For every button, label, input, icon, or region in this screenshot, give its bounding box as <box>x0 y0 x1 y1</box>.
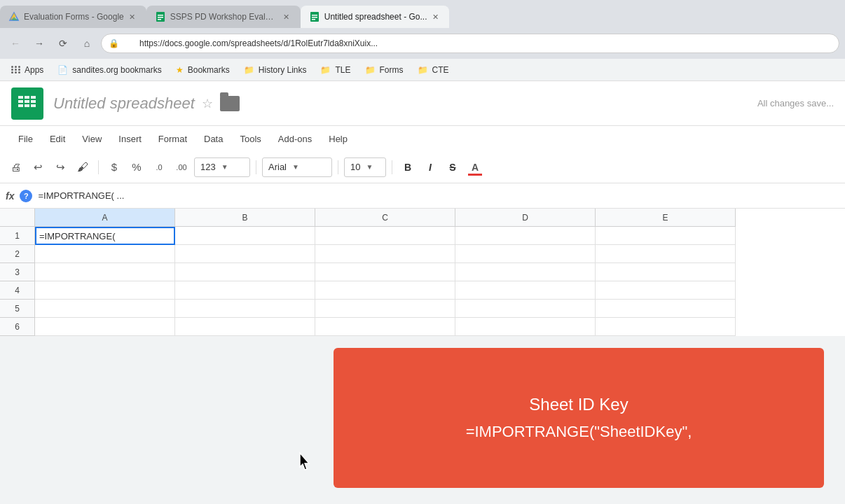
cell-e1[interactable] <box>596 227 736 245</box>
col-header-d[interactable]: D <box>455 209 596 227</box>
bookmarks-label: Bookmarks <box>188 65 230 75</box>
cell-d4[interactable] <box>455 281 596 300</box>
address-bar: ← → ⟳ ⌂ 🔒 https://docs.google.com/spread… <box>0 28 845 59</box>
cell-a6[interactable] <box>35 318 175 336</box>
menu-insert[interactable]: Insert <box>111 131 149 147</box>
menu-addons[interactable]: Add-ons <box>271 131 319 147</box>
cell-b2[interactable] <box>175 245 315 263</box>
cell-b1[interactable] <box>175 227 315 245</box>
menu-data[interactable]: Data <box>197 131 230 147</box>
table-row: 2 <box>0 245 845 263</box>
toolbar: 🖨 ↩ ↪ 🖌 $ % .0 .00 123 ▼ Arial <box>0 151 845 183</box>
redo-button[interactable]: ↪ <box>50 158 70 177</box>
back-button[interactable]: ← <box>6 34 25 53</box>
cell-b3[interactable] <box>175 263 315 281</box>
star-button[interactable]: ☆ <box>202 96 213 111</box>
cell-d3[interactable] <box>455 263 596 281</box>
tab-2-title: SSPS PD Workshop Evalua... <box>170 12 278 22</box>
col-header-b[interactable]: B <box>175 209 315 227</box>
currency-button[interactable]: $ <box>104 158 124 177</box>
paint-format-button[interactable]: 🖌 <box>73 158 92 177</box>
formula-help-button[interactable]: ? <box>20 190 32 202</box>
cell-d5[interactable] <box>455 300 596 318</box>
menu-help[interactable]: Help <box>322 131 355 147</box>
row-header-4[interactable]: 4 <box>0 281 35 300</box>
row-header-3[interactable]: 3 <box>0 263 35 281</box>
decimal-inc-button[interactable]: .00 <box>172 158 191 177</box>
tab-2[interactable]: SSPS PD Workshop Evalua... ✕ <box>146 6 301 28</box>
document-title[interactable]: Untitled spreadsheet <box>53 94 195 113</box>
table-row: 6 <box>0 318 845 336</box>
menu-view[interactable]: View <box>75 131 109 147</box>
tab-1[interactable]: Evaluation Forms - Google ✕ <box>0 6 146 28</box>
history-bookmark[interactable]: 📁 History Links <box>238 63 312 77</box>
cell-d1[interactable] <box>455 227 596 245</box>
col-header-e[interactable]: E <box>596 209 736 227</box>
svg-rect-5 <box>158 15 163 16</box>
cell-c2[interactable] <box>315 245 455 263</box>
cell-c3[interactable] <box>315 263 455 281</box>
toolbar-divider-2 <box>256 160 256 174</box>
cell-c1[interactable] <box>315 227 455 245</box>
text-color-button[interactable]: A <box>465 158 485 177</box>
tab-3-close[interactable]: ✕ <box>430 11 441 22</box>
row-header-1[interactable]: 1 <box>0 227 35 245</box>
tab-1-close[interactable]: ✕ <box>127 11 138 22</box>
decimal-dec-button[interactable]: .0 <box>149 158 169 177</box>
menu-edit[interactable]: Edit <box>43 131 72 147</box>
sandites-bookmark[interactable]: 📄 sandites.org bookmarks <box>52 63 167 77</box>
cell-d6[interactable] <box>455 318 596 336</box>
cell-b4[interactable] <box>175 281 315 300</box>
cell-a3[interactable] <box>35 263 175 281</box>
undo-button[interactable]: ↩ <box>28 158 48 177</box>
cell-a4[interactable] <box>35 281 175 300</box>
cell-e5[interactable] <box>596 300 736 318</box>
bold-button[interactable]: B <box>398 158 418 177</box>
svg-rect-16 <box>25 100 29 103</box>
row-header-5[interactable]: 5 <box>0 300 35 318</box>
tle-bookmark[interactable]: 📁 TLE <box>315 63 356 77</box>
cell-c5[interactable] <box>315 300 455 318</box>
font-size-selector[interactable]: 10 ▼ <box>344 158 386 177</box>
tab-3[interactable]: Untitled spreadsheet - Go... ✕ <box>301 6 450 28</box>
apps-grid-icon <box>11 66 21 74</box>
menu-file[interactable]: File <box>11 131 40 147</box>
cell-b6[interactable] <box>175 318 315 336</box>
strikethrough-button[interactable]: S <box>443 158 462 177</box>
format-type-select[interactable]: 123 ▼ <box>194 158 250 177</box>
cell-e2[interactable] <box>596 245 736 263</box>
row-header-2[interactable]: 2 <box>0 245 35 263</box>
cell-d2[interactable] <box>455 245 596 263</box>
percent-button[interactable]: % <box>127 158 146 177</box>
col-header-c[interactable]: C <box>315 209 455 227</box>
font-arrow-icon: ▼ <box>292 163 299 171</box>
bookmarks-bookmark[interactable]: ★ Bookmarks <box>170 63 235 77</box>
forward-button[interactable]: → <box>29 34 49 53</box>
cell-e3[interactable] <box>596 263 736 281</box>
cte-bookmark[interactable]: 📁 CTE <box>412 63 455 77</box>
menu-tools[interactable]: Tools <box>233 131 268 147</box>
cell-b5[interactable] <box>175 300 315 318</box>
col-header-a[interactable]: A <box>35 209 175 227</box>
cell-c6[interactable] <box>315 318 455 336</box>
apps-bookmark[interactable]: Apps <box>6 63 49 77</box>
refresh-button[interactable]: ⟳ <box>53 34 73 53</box>
cell-a5[interactable] <box>35 300 175 318</box>
folder-button[interactable] <box>220 96 240 111</box>
cell-c4[interactable] <box>315 281 455 300</box>
font-selector[interactable]: Arial ▼ <box>262 158 332 177</box>
cell-a2[interactable] <box>35 245 175 263</box>
row-header-6[interactable]: 6 <box>0 318 35 336</box>
tab-2-close[interactable]: ✕ <box>281 11 292 22</box>
sandites-favicon-icon: 📄 <box>57 65 68 75</box>
cell-a1[interactable]: =IMPORTRANGE( <box>35 227 175 245</box>
cell-e4[interactable] <box>596 281 736 300</box>
table-row: 4 <box>0 281 845 300</box>
cell-e6[interactable] <box>596 318 736 336</box>
italic-button[interactable]: I <box>420 158 440 177</box>
address-input[interactable]: 🔒 https://docs.google.com/spreadsheets/d… <box>101 34 839 53</box>
home-button[interactable]: ⌂ <box>77 34 97 53</box>
menu-format[interactable]: Format <box>151 131 194 147</box>
print-button[interactable]: 🖨 <box>6 158 25 177</box>
forms-bookmark[interactable]: 📁 Forms <box>359 63 409 77</box>
